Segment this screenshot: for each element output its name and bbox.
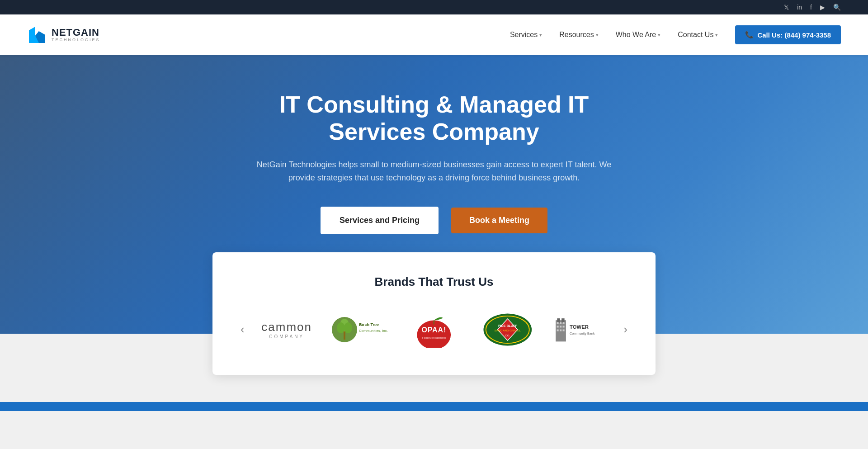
svg-rect-27 <box>557 330 558 331</box>
svg-rect-26 <box>562 326 564 328</box>
svg-text:Food Management: Food Management <box>422 336 446 339</box>
svg-rect-28 <box>560 330 561 331</box>
svg-rect-21 <box>557 322 558 324</box>
logo-icon <box>27 25 47 45</box>
nav-who-we-are[interactable]: Who We Are ▾ <box>609 27 668 43</box>
hero-subtitle: NetGain Technologies helps small to medi… <box>253 158 615 185</box>
site-header: NETGAIN TECHNOLOGIES Services ▾ Resource… <box>0 14 868 55</box>
hero-title: IT Consulting & Managed IT Services Comp… <box>231 91 637 146</box>
brand-logo-pinebluff: PINE BLUFF SAND AND GRAVEL CO. <box>475 312 540 348</box>
youtube-icon[interactable]: ▶ <box>820 4 825 11</box>
search-icon[interactable]: 🔍 <box>833 4 841 11</box>
brand-logo-birchtree: Birch Tree Communities, Inc. <box>328 312 393 348</box>
svg-rect-29 <box>562 330 564 331</box>
carousel-prev-button[interactable]: ‹ <box>235 319 250 340</box>
bottom-bar <box>0 402 868 411</box>
chevron-down-icon: ▾ <box>715 32 718 38</box>
nav-resources[interactable]: Resources ▾ <box>552 27 605 43</box>
logo[interactable]: NETGAIN TECHNOLOGIES <box>27 25 100 45</box>
svg-rect-22 <box>560 322 561 324</box>
svg-text:Communities, Inc.: Communities, Inc. <box>359 329 388 333</box>
svg-text:Community Bank: Community Bank <box>570 331 595 336</box>
top-bar: 𝕏 in f ▶ 🔍 <box>0 0 868 14</box>
svg-text:SAND AND GRAVEL: SAND AND GRAVEL <box>495 329 521 332</box>
svg-rect-25 <box>560 326 561 328</box>
nav-contact-us[interactable]: Contact Us ▾ <box>670 27 725 43</box>
nav-services[interactable]: Services ▾ <box>503 27 549 43</box>
logo-name: NETGAIN <box>52 27 100 38</box>
linkedin-icon[interactable]: in <box>797 4 802 11</box>
svg-text:Birch Tree: Birch Tree <box>359 322 379 327</box>
svg-text:OPAA!: OPAA! <box>422 326 447 334</box>
hero-buttons: Services and Pricing Book a Meeting <box>321 207 547 234</box>
chevron-down-icon: ▾ <box>539 32 542 38</box>
brand-logo-opaa: OPAA! Food Management <box>402 312 467 348</box>
svg-rect-23 <box>562 322 564 324</box>
brands-card: Brands That Trust Us ‹ cammon company <box>212 252 656 375</box>
services-pricing-button[interactable]: Services and Pricing <box>321 207 439 234</box>
brand-logo-tower: TOWER Community Bank <box>549 315 613 344</box>
carousel-next-button[interactable]: › <box>618 319 633 340</box>
svg-text:PINE BLUFF: PINE BLUFF <box>498 324 517 328</box>
main-nav: Services ▾ Resources ▾ Who We Are ▾ Cont… <box>503 25 841 44</box>
logo-subtitle: TECHNOLOGIES <box>52 38 100 43</box>
svg-rect-6 <box>344 331 345 340</box>
call-button[interactable]: 📞 Call Us: (844) 974-3358 <box>735 25 841 44</box>
logo-text: NETGAIN TECHNOLOGIES <box>52 27 100 43</box>
book-meeting-button[interactable]: Book a Meeting <box>451 208 547 233</box>
brands-carousel: ‹ cammon company <box>235 312 633 348</box>
twitter-icon[interactable]: 𝕏 <box>784 4 789 11</box>
phone-icon: 📞 <box>745 31 754 39</box>
brands-logos: cammon company Birch Tree <box>255 312 614 348</box>
chevron-down-icon: ▾ <box>658 32 660 38</box>
svg-text:TOWER: TOWER <box>570 324 589 330</box>
brands-wrapper: Brands That Trust Us ‹ cammon company <box>0 252 868 375</box>
brand-logo-cammon: cammon company <box>255 320 319 339</box>
svg-rect-24 <box>557 326 558 328</box>
facebook-icon[interactable]: f <box>810 4 812 11</box>
svg-point-9 <box>417 321 451 348</box>
brands-title: Brands That Trust Us <box>235 275 633 289</box>
svg-text:CO.: CO. <box>505 334 510 337</box>
chevron-down-icon: ▾ <box>596 32 599 38</box>
